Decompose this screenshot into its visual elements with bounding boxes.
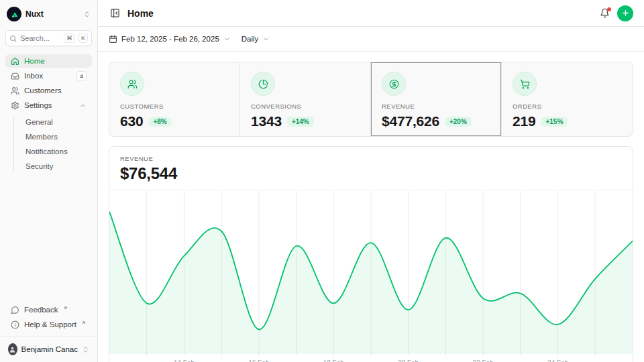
date-range-value: Feb 12, 2025 - Feb 26, 2025	[121, 35, 219, 43]
sidebar-item-general[interactable]: General	[25, 115, 92, 129]
stat-value: $477,626	[382, 113, 439, 129]
sidebar-item-inbox[interactable]: Inbox 4	[5, 69, 92, 82]
stat-card-orders[interactable]: ORDERS 219 +15%	[502, 62, 633, 136]
svg-text:18 Feb: 18 Feb	[323, 359, 344, 362]
external-link-icon	[81, 320, 86, 325]
svg-text:24 Feb: 24 Feb	[547, 359, 568, 362]
stat-label: CUSTOMERS	[120, 103, 229, 110]
sidebar-item-members[interactable]: Members	[25, 129, 92, 144]
chart-label: REVENUE	[120, 155, 622, 162]
chevrons-up-down-icon	[82, 346, 89, 353]
message-circle-icon	[11, 306, 19, 314]
chart-header: REVENUE $76,544	[109, 147, 633, 190]
inbox-icon	[11, 72, 19, 80]
panel-left-close-icon	[110, 8, 120, 18]
sidebar: Nuxt ⌘ K Home Inbox 4	[0, 0, 98, 362]
filter-toolbar: Feb 12, 2025 - Feb 26, 2025 Daily	[98, 27, 644, 52]
plus-icon	[621, 9, 630, 17]
stat-label: ORDERS	[513, 103, 622, 110]
user-name: Benjamin Canac	[21, 345, 78, 353]
chevron-down-icon	[262, 36, 270, 43]
stat-card-revenue[interactable]: REVENUE $477,626 +20%	[371, 62, 502, 136]
search-icon	[9, 35, 17, 42]
stat-label: REVENUE	[382, 103, 490, 110]
svg-text:16 Feb: 16 Feb	[248, 359, 269, 362]
sidebar-item-home[interactable]: Home	[5, 54, 92, 68]
sidebar-item-label: Inbox	[24, 72, 43, 80]
kbd-cmd: ⌘	[64, 34, 75, 43]
sidebar-menu: Home Inbox 4 Customers Settings Genera	[5, 54, 92, 174]
circle-dollar-icon	[382, 72, 406, 96]
svg-text:22 Feb: 22 Feb	[473, 359, 494, 362]
sidebar-item-label: Settings	[24, 101, 52, 109]
home-icon	[11, 57, 19, 66]
sidebar-item-help-support[interactable]: Help & Support	[5, 318, 92, 331]
sidebar-spacer	[5, 174, 92, 295]
gear-icon	[11, 101, 19, 110]
sidebar-item-customers[interactable]: Customers	[5, 84, 92, 97]
add-button[interactable]	[617, 5, 633, 21]
kbd-k: K	[78, 34, 88, 43]
svg-text:14 Feb: 14 Feb	[174, 359, 195, 362]
sidebar-item-label: Help & Support	[24, 320, 76, 328]
stat-value: 630	[120, 113, 143, 129]
user-menu[interactable]: Benjamin Canac	[5, 342, 92, 357]
search-field[interactable]	[20, 34, 60, 42]
sidebar-item-security[interactable]: Security	[25, 159, 92, 174]
stat-card-conversions[interactable]: CONVERSIONS 1343 +14%	[240, 62, 371, 136]
svg-text:20 Feb: 20 Feb	[398, 359, 419, 362]
chart-value: $76,544	[120, 164, 622, 183]
revenue-chart-card: REVENUE $76,544 14 Feb16 Feb18 Feb20 Feb…	[109, 146, 633, 362]
sidebar-item-label: Home	[24, 57, 45, 65]
stat-delta-badge: +14%	[287, 117, 314, 127]
inbox-count-badge: 4	[76, 71, 87, 81]
topbar: Home	[98, 0, 644, 27]
chevron-up-icon	[79, 102, 87, 109]
sidebar-item-label: Feedback	[24, 306, 58, 314]
page-title: Home	[127, 8, 154, 19]
notifications-button[interactable]	[598, 7, 611, 19]
granularity-select[interactable]: Daily	[241, 35, 270, 43]
main-panel: Home Feb 12, 2025 - Feb 26, 2025 Daily	[98, 0, 644, 362]
nuxt-logo-icon	[7, 7, 21, 21]
chevrons-up-down-icon	[83, 11, 91, 18]
chart-pie-icon	[251, 72, 275, 96]
search-input[interactable]: ⌘ K	[5, 30, 92, 46]
stat-delta-badge: +15%	[541, 117, 568, 127]
notification-dot	[607, 7, 611, 11]
revenue-area-chart: 14 Feb16 Feb18 Feb20 Feb22 Feb24 Feb	[109, 190, 633, 362]
collapse-sidebar-button[interactable]	[109, 7, 121, 19]
workspace-selector[interactable]: Nuxt	[5, 5, 92, 23]
avatar	[8, 343, 17, 355]
sidebar-item-label: Customers	[24, 86, 62, 95]
stat-delta-badge: +8%	[148, 117, 171, 127]
sidebar-footer-menu: Feedback Help & Support	[5, 303, 92, 331]
workspace-name: Nuxt	[25, 9, 79, 19]
stat-delta-badge: +20%	[445, 117, 472, 127]
shopping-cart-icon	[513, 72, 537, 96]
stat-value: 219	[513, 113, 535, 129]
sidebar-item-feedback[interactable]: Feedback	[5, 303, 92, 316]
info-circle-icon	[11, 320, 19, 329]
chevron-down-icon	[223, 36, 231, 43]
divider	[0, 337, 97, 337]
date-range-picker[interactable]: Feb 12, 2025 - Feb 26, 2025	[109, 35, 231, 44]
stat-card-customers[interactable]: CUSTOMERS 630 +8%	[109, 62, 240, 136]
users-icon	[11, 86, 19, 95]
granularity-value: Daily	[241, 35, 259, 43]
sidebar-item-settings[interactable]: Settings	[5, 99, 92, 112]
stat-label: CONVERSIONS	[251, 103, 360, 110]
settings-subnav: General Members Notifications Security	[13, 115, 92, 174]
content: CUSTOMERS 630 +8% CONVERSIONS 1343 +14%	[98, 52, 644, 362]
external-link-icon	[63, 306, 68, 310]
stats-row: CUSTOMERS 630 +8% CONVERSIONS 1343 +14%	[109, 62, 633, 137]
users-icon	[120, 72, 144, 96]
sidebar-item-notifications[interactable]: Notifications	[25, 144, 92, 159]
stat-value: 1343	[251, 113, 282, 129]
calendar-icon	[109, 35, 117, 44]
